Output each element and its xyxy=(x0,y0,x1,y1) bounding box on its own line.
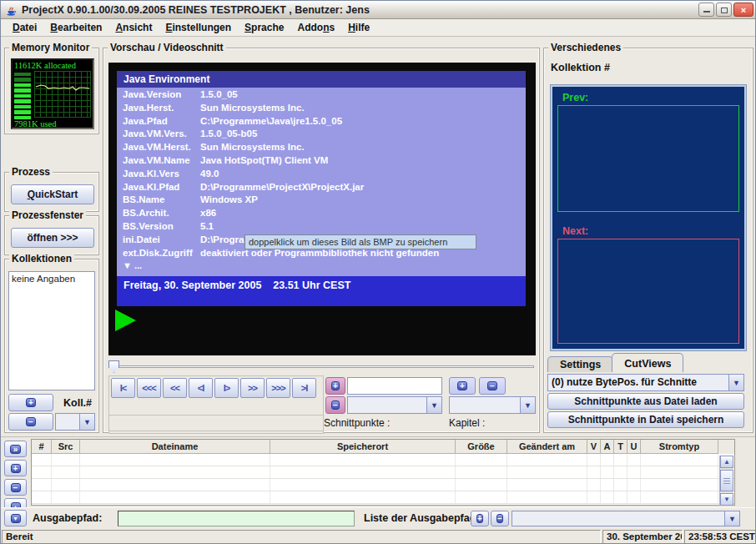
file-table[interactable]: #SrcDateinameSpeicherortGrößeGeändert am… xyxy=(31,439,735,506)
memory-monitor-display[interactable]: 11612K allocated 7981K used xyxy=(11,58,94,129)
chapter-combo-value xyxy=(450,397,520,413)
column-header-src[interactable]: Src xyxy=(52,440,80,454)
add-output-path-button[interactable]: + xyxy=(471,511,489,526)
remove-collection-button[interactable]: − xyxy=(8,413,53,431)
kollektionen-group: Kollektionen keine Angaben + Koll.# − ▼ xyxy=(4,259,99,433)
menu-item-bearbeiten[interactable]: Bearbeiten xyxy=(43,20,108,35)
column-header-dateiname[interactable]: Dateiname xyxy=(80,440,270,454)
koll-number-combo[interactable]: ▼ xyxy=(55,413,95,431)
table-row xyxy=(32,491,734,504)
env-row: Java.Version1.5.0_05 xyxy=(117,89,526,103)
memory-bar xyxy=(14,78,31,81)
minimize-button[interactable] xyxy=(698,3,714,17)
add-cutpoint-button[interactable]: + xyxy=(325,377,345,395)
nav-skip-last-button[interactable]: >I xyxy=(292,378,316,398)
status-ready: Bereit xyxy=(2,530,601,544)
menu-bar: DateiBearbeitenAnsichtEinstellungenSprac… xyxy=(1,19,756,37)
kapitel-label: Kapitel : xyxy=(449,417,485,429)
plus-icon: + xyxy=(331,381,340,390)
nav-step-back-button[interactable]: <I xyxy=(189,378,213,398)
nav-back-fast-button[interactable]: <<< xyxy=(137,378,161,398)
output-row: ▼ Ausgabepfad: Liste der Ausgabepfade: +… xyxy=(1,507,756,529)
minus-icon: − xyxy=(331,400,340,410)
play-icon[interactable] xyxy=(115,310,136,331)
menu-item-addons[interactable]: Addons xyxy=(290,20,341,35)
file-table-body[interactable] xyxy=(32,454,734,504)
nav-forward-button[interactable]: >> xyxy=(240,378,265,398)
open-process-window-button[interactable]: öffnen >>> xyxy=(11,228,94,248)
prev-frame[interactable] xyxy=(557,105,739,212)
cutpoint-combo[interactable]: ▼ xyxy=(347,396,442,414)
plus-icon: + xyxy=(26,398,36,407)
env-row: Java.Kl.Vers49.0 xyxy=(117,169,526,182)
add-chapter-button[interactable]: + xyxy=(449,377,476,395)
chevron-down-icon: ▼ xyxy=(426,397,441,413)
move-file-down-button[interactable]: ▼ xyxy=(4,510,27,526)
maximize-button[interactable] xyxy=(716,3,732,17)
column-header-größe[interactable]: Größe xyxy=(456,440,507,454)
column-header--[interactable]: # xyxy=(32,440,52,454)
menu-item-sprache[interactable]: Sprache xyxy=(238,20,290,35)
menu-item-ansicht[interactable]: Ansicht xyxy=(108,20,159,35)
env-status-time: 23.51 Uhr CEST xyxy=(273,280,350,291)
column-header-a[interactable]: A xyxy=(601,440,614,454)
kollektionen-title: Kollektionen xyxy=(9,253,74,264)
menu-item-datei[interactable]: Datei xyxy=(6,20,43,35)
output-path-combo[interactable]: ▼ xyxy=(512,511,740,526)
liste-ausgabepfade-label: Liste der Ausgabepfade: xyxy=(364,512,485,524)
tab-settings[interactable]: Settings xyxy=(547,356,613,372)
scroll-thumb[interactable] xyxy=(720,470,733,491)
nav-forward-fast-button[interactable]: >>> xyxy=(266,378,290,398)
nav-skip-first-button[interactable]: I< xyxy=(111,378,135,398)
close-button[interactable]: × xyxy=(733,3,753,17)
ausgabepfad-input[interactable] xyxy=(118,511,355,526)
env-row: Java.VM.Herst.Sun Microsystems Inc. xyxy=(117,142,526,155)
save-cutpoints-button[interactable]: Schnittpunkte in Datei speichern xyxy=(547,411,744,428)
scroll-down-icon[interactable]: ▼ xyxy=(720,493,733,506)
expand-filelist-button[interactable]: » xyxy=(4,441,27,457)
memory-bar xyxy=(14,105,31,108)
column-header-stromtyp[interactable]: Stromtyp xyxy=(641,440,718,454)
remove-output-path-button[interactable]: − xyxy=(491,511,509,526)
memory-bar xyxy=(14,94,31,98)
plus-icon: + xyxy=(476,514,483,523)
memory-bar xyxy=(14,73,31,76)
nav-step-forward-button[interactable]: I> xyxy=(214,378,239,398)
tab-cutviews[interactable]: CutViews xyxy=(612,353,683,372)
prozessfenster-title: Prozessfenster xyxy=(9,209,86,221)
load-cutpoints-button[interactable]: Schnittpunkte aus Datei laden xyxy=(547,393,744,410)
column-header-t[interactable]: T xyxy=(614,440,627,454)
scroll-up-icon[interactable]: ▲ xyxy=(720,456,733,468)
menu-item-hilfe[interactable]: Hilfe xyxy=(341,20,376,35)
video-preview-area[interactable]: Java Environment Java.Version1.5.0_05Jav… xyxy=(108,63,536,355)
chevron-down-icon: ▼ xyxy=(724,511,739,526)
slider-track[interactable] xyxy=(110,365,534,368)
slider-thumb[interactable] xyxy=(108,360,119,373)
file-table-header: #SrcDateinameSpeicherortGrößeGeändert am… xyxy=(32,440,734,454)
koll-number-value xyxy=(56,414,79,430)
column-header-u[interactable]: U xyxy=(627,440,641,454)
menu-item-einstellungen[interactable]: Einstellungen xyxy=(159,20,238,35)
bytepos-combo[interactable]: (0) nutze BytePos. für Schnitte ▼ xyxy=(547,374,744,391)
column-header-geändert-am[interactable]: Geändert am xyxy=(507,440,587,454)
table-row xyxy=(32,479,734,491)
column-header-speicherort[interactable]: Speicherort xyxy=(270,440,456,454)
table-row xyxy=(32,454,734,466)
remove-chapter-button[interactable]: − xyxy=(479,377,506,395)
table-scrollbar[interactable]: ▲ ▼ xyxy=(719,456,733,506)
minus-icon: − xyxy=(11,483,21,492)
env-row: Java.VM.NameJava HotSpot(TM) Client VM xyxy=(117,155,526,169)
kollektionen-list[interactable]: keine Angaben xyxy=(8,271,95,390)
column-header-v[interactable]: V xyxy=(587,440,601,454)
next-frame[interactable] xyxy=(557,239,739,344)
remove-cutpoint-button[interactable]: − xyxy=(325,396,345,414)
quickstart-button[interactable]: QuickStart xyxy=(11,184,94,204)
nav-back-button[interactable]: << xyxy=(163,378,187,398)
env-header: Java Environment xyxy=(117,71,526,88)
seek-slider[interactable] xyxy=(108,359,536,375)
add-file-button[interactable]: + xyxy=(4,460,27,476)
chapter-combo[interactable]: ▼ xyxy=(449,396,536,414)
remove-file-button[interactable]: − xyxy=(4,479,27,496)
cutpoint-input[interactable] xyxy=(347,377,442,395)
add-collection-button[interactable]: + xyxy=(8,394,53,411)
